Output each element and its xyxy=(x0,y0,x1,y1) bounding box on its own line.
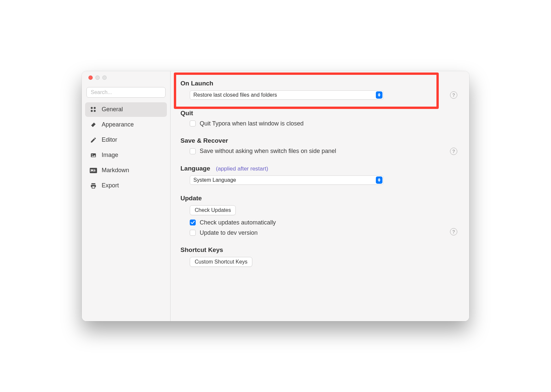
grid-icon xyxy=(90,106,97,113)
close-window-button[interactable] xyxy=(88,75,93,80)
svg-rect-9 xyxy=(92,186,95,188)
sidebar-item-label: Export xyxy=(102,182,119,189)
svg-point-5 xyxy=(92,154,93,155)
section-title-save-recover: Save & Recover xyxy=(180,137,459,144)
section-update: Update Check Updates Check updates autom… xyxy=(180,195,459,236)
help-icon[interactable]: ? xyxy=(450,91,457,99)
section-shortcut-keys: Shortcut Keys Custom Shortcut Keys xyxy=(180,246,459,267)
image-icon xyxy=(90,152,97,159)
help-icon[interactable]: ? xyxy=(450,148,457,155)
sidebar-item-label: Image xyxy=(102,152,118,159)
section-language: Language (applied after restart) System … xyxy=(180,165,459,185)
help-icon[interactable]: ? xyxy=(450,228,457,235)
svg-point-1 xyxy=(94,107,96,109)
sidebar-item-label: Markdown xyxy=(102,167,129,174)
section-save-recover: Save & Recover Save without asking when … xyxy=(180,137,459,155)
option-label: Check updates automatically xyxy=(200,219,276,226)
sidebar-item-label: Editor xyxy=(102,136,117,143)
pencil-icon xyxy=(90,136,97,144)
check-updates-automatically-option[interactable]: Check updates automatically xyxy=(180,219,459,226)
update-to-dev-version-option[interactable]: Update to dev version xyxy=(180,229,258,236)
svg-point-3 xyxy=(94,110,96,112)
sidebar-item-editor[interactable]: Editor xyxy=(85,133,167,147)
section-title-on-launch: On Launch xyxy=(180,80,459,87)
window-titlebar xyxy=(82,71,170,84)
sidebar-item-appearance[interactable]: Appearance xyxy=(85,118,167,132)
save-without-asking-option[interactable]: Save without asking when switch files on… xyxy=(180,148,336,155)
sidebar: General Appearance Editor Image xyxy=(82,71,171,321)
content-pane: On Launch Restore last closed files and … xyxy=(171,71,469,321)
option-label: Quit Typora when last window is closed xyxy=(200,120,304,127)
quit-when-last-window-closed-option[interactable]: Quit Typora when last window is closed xyxy=(180,120,459,127)
section-note: (applied after restart) xyxy=(216,166,268,172)
section-title-language: Language (applied after restart) xyxy=(180,165,459,172)
search-container xyxy=(82,84,170,102)
markdown-icon xyxy=(90,167,97,174)
on-launch-select[interactable]: Restore last closed files and folders xyxy=(190,90,383,100)
select-value: System Language xyxy=(193,177,236,183)
section-quit: Quit Quit Typora when last window is clo… xyxy=(180,110,459,127)
preferences-window: General Appearance Editor Image xyxy=(82,71,469,321)
checkbox-checked xyxy=(190,220,196,225)
sidebar-item-general[interactable]: General xyxy=(85,102,167,117)
section-title-shortcut: Shortcut Keys xyxy=(180,246,459,254)
check-updates-button[interactable]: Check Updates xyxy=(190,205,236,215)
custom-shortcut-keys-button[interactable]: Custom Shortcut Keys xyxy=(190,257,252,267)
option-label: Save without asking when switch files on… xyxy=(200,148,336,155)
sidebar-item-markdown[interactable]: Markdown xyxy=(85,163,167,178)
svg-point-0 xyxy=(91,107,93,109)
section-title-quit: Quit xyxy=(180,110,459,117)
sidebar-item-image[interactable]: Image xyxy=(85,148,167,163)
sidebar-item-export[interactable]: Export xyxy=(85,178,167,193)
paint-icon xyxy=(90,121,97,128)
sidebar-item-label: Appearance xyxy=(102,121,134,128)
checkbox-unchecked xyxy=(190,230,196,236)
sidebar-item-label: General xyxy=(102,106,123,113)
svg-point-2 xyxy=(91,110,93,112)
section-on-launch: On Launch Restore last closed files and … xyxy=(180,80,459,100)
language-select[interactable]: System Language xyxy=(190,175,383,185)
zoom-window-button[interactable] xyxy=(102,75,107,80)
search-input[interactable] xyxy=(86,87,166,98)
select-value: Restore last closed files and folders xyxy=(193,92,277,98)
checkbox-unchecked xyxy=(190,121,196,126)
sidebar-nav: General Appearance Editor Image xyxy=(82,102,170,193)
select-stepper-icon xyxy=(376,176,382,184)
select-stepper-icon xyxy=(376,91,382,99)
section-title-text: Language xyxy=(180,165,210,172)
minimize-window-button[interactable] xyxy=(95,75,100,80)
export-icon xyxy=(90,182,97,189)
option-label: Update to dev version xyxy=(200,229,258,236)
svg-rect-7 xyxy=(91,183,95,184)
checkbox-unchecked xyxy=(190,148,196,154)
section-title-update: Update xyxy=(180,195,459,202)
